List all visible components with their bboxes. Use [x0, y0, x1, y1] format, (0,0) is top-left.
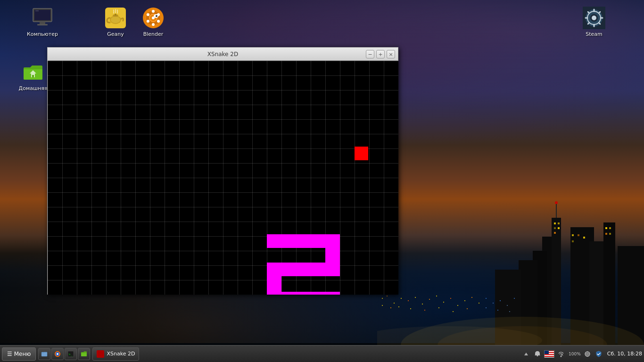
game-grid — [48, 61, 398, 295]
blender-icon — [142, 7, 165, 29]
window-titlebar[interactable]: XSnake 2D − + × — [48, 48, 398, 61]
tray-battery[interactable]: 100% — [568, 349, 581, 359]
home-icon-label: Домашняя — [19, 85, 48, 92]
quicklaunch-firefox[interactable] — [51, 348, 64, 360]
svg-point-72 — [152, 10, 155, 13]
snake-body-bottom — [267, 292, 340, 295]
desktop-icon-home[interactable]: Домашняя — [14, 59, 52, 94]
tray-wifi[interactable] — [556, 349, 566, 359]
home-folder-icon — [22, 61, 44, 83]
window-maximize[interactable]: + — [376, 50, 385, 58]
svg-rect-103 — [537, 355, 538, 356]
desktop-icon-blender[interactable]: Blender — [134, 5, 172, 40]
menu-label: Меню — [14, 351, 31, 357]
steam-icon-label: Steam — [586, 31, 603, 38]
svg-rect-61 — [37, 24, 48, 25]
window-title: XSnake 2D — [51, 51, 394, 58]
tray-security[interactable] — [594, 349, 603, 359]
food-item — [355, 147, 368, 160]
taskbar: ☰ Меню >_ — [0, 345, 644, 362]
quicklaunch-terminal[interactable]: >_ — [65, 348, 77, 360]
svg-marker-102 — [524, 353, 528, 355]
quicklaunch-filemanager[interactable] — [38, 348, 50, 360]
svg-point-77 — [147, 13, 149, 16]
window-close[interactable]: × — [387, 50, 395, 58]
taskbar-menu-button[interactable]: ☰ Меню — [2, 347, 36, 361]
svg-point-92 — [592, 16, 596, 20]
snake-body-left-vert — [267, 263, 281, 292]
geany-icon — [104, 7, 127, 29]
window-minimize[interactable]: − — [366, 50, 374, 58]
svg-point-104 — [560, 355, 561, 357]
svg-rect-96 — [41, 352, 47, 356]
computer-icon — [31, 7, 54, 29]
xsnake-taskbar-icon — [97, 350, 104, 358]
tray-notification[interactable] — [533, 349, 542, 359]
svg-rect-60 — [40, 22, 45, 24]
steam-icon — [583, 7, 605, 29]
taskbar-clock[interactable]: Сб. 10, 18:28 — [607, 351, 642, 357]
svg-point-74 — [157, 20, 160, 23]
window-controls: − + × — [364, 50, 395, 58]
svg-rect-95 — [32, 75, 34, 77]
svg-point-79 — [156, 15, 157, 17]
snake-body-right-vert — [325, 248, 340, 263]
xsnake-window: XSnake 2D − + × — [47, 47, 398, 295]
taskbar-xsnake-btn[interactable]: XSnake 2D — [92, 347, 139, 361]
tray-network-manager[interactable] — [583, 349, 592, 359]
svg-rect-59 — [34, 10, 50, 20]
game-canvas — [48, 61, 398, 295]
geany-icon-label: Geany — [107, 31, 124, 38]
xsnake-taskbar-label: XSnake 2D — [107, 351, 135, 357]
svg-point-65 — [111, 16, 120, 23]
svg-text:>_: >_ — [69, 352, 73, 356]
desktop: Компьютер Geany — [0, 0, 644, 362]
desktop-icon-steam[interactable]: Steam — [575, 5, 613, 40]
svg-point-99 — [57, 353, 58, 355]
quicklaunch-thunar[interactable] — [78, 348, 90, 360]
snake-body-top — [267, 234, 340, 248]
taskbar-apps: XSnake 2D — [92, 347, 520, 361]
desktop-icon-geany[interactable]: Geany — [97, 5, 134, 40]
svg-point-75 — [152, 23, 155, 26]
battery-percent: 100% — [569, 352, 581, 356]
system-tray: 100% Сб. 10, 18:28 — [520, 349, 642, 359]
computer-icon-label: Компьютер — [27, 31, 58, 38]
blender-icon-label: Blender — [143, 31, 164, 38]
desktop-icon-computer[interactable]: Компьютер — [24, 5, 61, 40]
svg-point-76 — [147, 20, 149, 23]
tray-expand[interactable] — [521, 349, 531, 359]
menu-icon: ☰ — [7, 351, 12, 357]
svg-point-67 — [115, 14, 116, 16]
tray-network-lang[interactable] — [544, 350, 554, 358]
